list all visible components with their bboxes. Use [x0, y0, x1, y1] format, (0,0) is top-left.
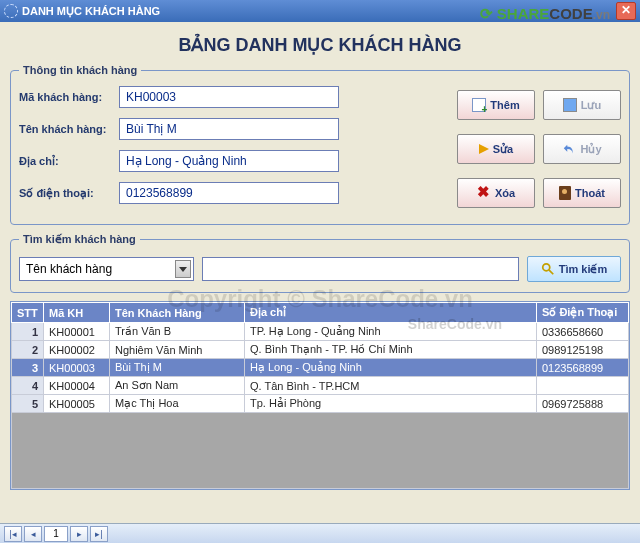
svg-point-0	[542, 264, 549, 271]
search-button[interactable]: Tìm kiếm	[527, 256, 621, 282]
table-row[interactable]: 3KH00003Bùi Thị MHạ Long - Quảng Ninh012…	[12, 359, 629, 377]
add-button[interactable]: Thêm	[457, 90, 535, 120]
cell-sdt[interactable]: 0336658660	[537, 323, 629, 341]
cell-makh[interactable]: KH00005	[44, 395, 110, 413]
cell-stt[interactable]: 1	[12, 323, 44, 341]
cell-stt[interactable]: 2	[12, 341, 44, 359]
customer-info-group: Thông tin khách hàng Mã khách hàng: Tên …	[10, 64, 630, 225]
cell-diachi[interactable]: Q. Tân Bình - TP.HCM	[245, 377, 537, 395]
undo-icon	[562, 142, 576, 156]
cell-stt[interactable]: 5	[12, 395, 44, 413]
add-icon	[472, 98, 486, 112]
cell-diachi[interactable]: Q. Bình Thạnh - TP. Hồ Chí Minh	[245, 341, 537, 359]
cell-diachi[interactable]: Hạ Long - Quảng Ninh	[245, 359, 537, 377]
cell-sdt[interactable]: 0969725888	[537, 395, 629, 413]
address-input[interactable]	[119, 150, 339, 172]
phone-input[interactable]	[119, 182, 339, 204]
brand-logo: ⟳ SHARECODE.vn	[480, 5, 610, 23]
cell-ten[interactable]: Nghiêm Văn Minh	[110, 341, 245, 359]
cell-sdt[interactable]: 0123568899	[537, 359, 629, 377]
svg-line-1	[549, 270, 553, 274]
search-legend: Tìm kiếm khách hàng	[19, 233, 140, 246]
cell-ten[interactable]: Bùi Thị M	[110, 359, 245, 377]
cell-ten[interactable]: Trần Văn B	[110, 323, 245, 341]
search-icon	[541, 262, 555, 276]
page-number-input[interactable]	[44, 526, 68, 542]
cell-makh[interactable]: KH00003	[44, 359, 110, 377]
save-icon	[563, 98, 577, 112]
cell-makh[interactable]: KH00002	[44, 341, 110, 359]
customer-name-input[interactable]	[119, 118, 339, 140]
cell-sdt[interactable]: 0989125198	[537, 341, 629, 359]
table-row[interactable]: 4KH00004An Sơn NamQ. Tân Bình - TP.HCM	[12, 377, 629, 395]
exit-button[interactable]: Thoát	[543, 178, 621, 208]
label-phone: Số điện thoại:	[19, 187, 119, 200]
cell-diachi[interactable]: TP. Hạ Long - Quảng Ninh	[245, 323, 537, 341]
nav-next-button[interactable]: ▸	[70, 526, 88, 542]
edit-icon	[479, 144, 489, 154]
delete-icon: ✖	[477, 186, 491, 200]
table-row[interactable]: 1KH00001Trần Văn BTP. Hạ Long - Quảng Ni…	[12, 323, 629, 341]
customer-info-legend: Thông tin khách hàng	[19, 64, 141, 76]
search-group: Tìm kiếm khách hàng Tên khách hàng Tìm k…	[10, 233, 630, 293]
label-customer-name: Tên khách hàng:	[19, 123, 119, 135]
search-input[interactable]	[202, 257, 519, 281]
search-field-combo[interactable]: Tên khách hàng	[19, 257, 194, 281]
close-button[interactable]: ✕	[616, 2, 636, 20]
chevron-down-icon	[175, 260, 191, 278]
page-title: BẢNG DANH MỤC KHÁCH HÀNG	[10, 34, 630, 56]
cell-makh[interactable]: KH00004	[44, 377, 110, 395]
customer-id-input[interactable]	[119, 86, 339, 108]
gear-icon	[4, 4, 18, 18]
nav-last-button[interactable]: ▸|	[90, 526, 108, 542]
cell-diachi[interactable]: Tp. Hải Phòng	[245, 395, 537, 413]
combo-selected-value: Tên khách hàng	[26, 262, 112, 276]
cell-stt[interactable]: 3	[12, 359, 44, 377]
table-row[interactable]: 5KH00005Mạc Thị HoaTp. Hải Phòng09697258…	[12, 395, 629, 413]
customer-table: STT Mã KH Tên Khách Hàng Địa chỉ Số Điện…	[10, 301, 630, 490]
window-title: DANH MỤC KHÁCH HÀNG	[22, 5, 160, 18]
delete-button[interactable]: ✖ Xóa	[457, 178, 535, 208]
save-button[interactable]: Lưu	[543, 90, 621, 120]
door-icon	[559, 186, 571, 200]
th-makh[interactable]: Mã KH	[44, 303, 110, 323]
nav-first-button[interactable]: |◂	[4, 526, 22, 542]
table-row[interactable]: 2KH00002Nghiêm Văn MinhQ. Bình Thạnh - T…	[12, 341, 629, 359]
cell-ten[interactable]: An Sơn Nam	[110, 377, 245, 395]
cell-stt[interactable]: 4	[12, 377, 44, 395]
cancel-button[interactable]: Hủy	[543, 134, 621, 164]
th-stt[interactable]: STT	[12, 303, 44, 323]
table-blank-area	[12, 413, 629, 489]
edit-button[interactable]: Sửa	[457, 134, 535, 164]
th-diachi[interactable]: Địa chỉ	[245, 303, 537, 323]
cell-ten[interactable]: Mạc Thị Hoa	[110, 395, 245, 413]
label-address: Địa chỉ:	[19, 155, 119, 168]
statusbar: |◂ ◂ ▸ ▸|	[0, 523, 640, 543]
th-sdt[interactable]: Số Điện Thoại	[537, 303, 629, 323]
th-ten[interactable]: Tên Khách Hàng	[110, 303, 245, 323]
cell-makh[interactable]: KH00001	[44, 323, 110, 341]
cell-sdt[interactable]	[537, 377, 629, 395]
label-customer-id: Mã khách hàng:	[19, 91, 119, 103]
nav-prev-button[interactable]: ◂	[24, 526, 42, 542]
logo-swirl-icon: ⟳	[480, 5, 493, 22]
table-header-row: STT Mã KH Tên Khách Hàng Địa chỉ Số Điện…	[12, 303, 629, 323]
